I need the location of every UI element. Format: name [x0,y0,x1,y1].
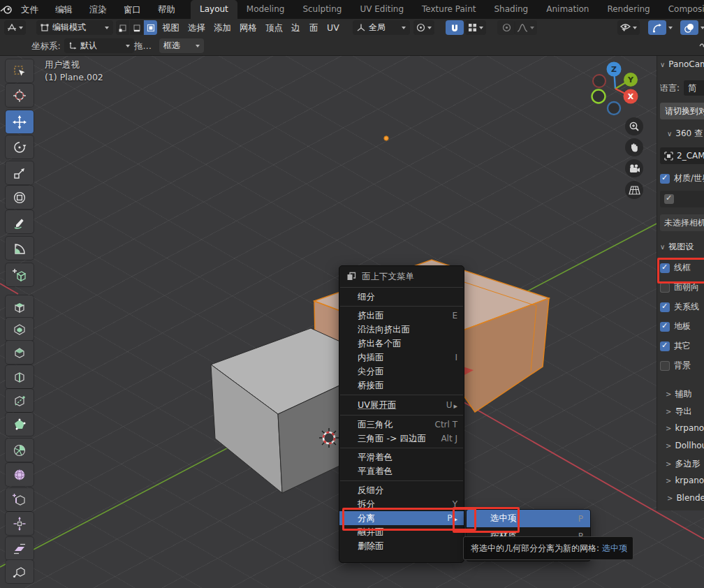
pan-button[interactable] [625,138,643,156]
toggle-relationship-lines[interactable]: 关系线 [660,301,704,313]
menu-item-extrude-individual[interactable]: 挤出各个面 [339,337,464,351]
panel-krpano2-collapsed[interactable]: >krpano [666,476,704,485]
menu-item-poke-faces[interactable]: 尖分面 [339,365,464,378]
gizmo-neg-y[interactable] [592,90,606,103]
camera-object-field[interactable]: 2_CAM [660,147,704,164]
menu-item-shade-smooth[interactable]: 平滑着色 [339,450,464,464]
panel-assist-collapsed[interactable]: >辅助 [666,388,704,400]
checkbox[interactable] [664,194,674,204]
tool-extrude-region[interactable] [6,295,34,318]
tab-rendering[interactable]: Rendering [598,0,659,19]
visibility-dropdown[interactable] [617,20,640,35]
menu-view[interactable]: 视图 [162,19,179,37]
menu-item-separate[interactable]: 分离P [339,511,464,525]
menu-item-delete-faces[interactable]: 删除面 [339,539,464,553]
checkbox[interactable] [660,361,670,371]
tool-transform[interactable] [6,186,34,209]
tab-compositing[interactable]: Compositing [659,0,704,19]
menu-item-uv-unwrap[interactable]: UV展开面U [339,397,464,413]
coord-system-dropdown[interactable]: 默认 [64,38,134,53]
select-mode-face[interactable] [144,20,157,35]
panel-dollhouse-collapsed[interactable]: >Dollhou [666,441,704,450]
zoom-button[interactable] [625,117,643,135]
checkbox[interactable] [660,283,670,293]
toggle-wireframe[interactable]: 线框 [660,262,704,274]
menu-item-split[interactable]: 拆分Y [339,497,464,511]
select-mode-edge[interactable] [130,20,143,35]
menu-face[interactable]: 面 [309,19,318,37]
xray-partial-icon[interactable] [696,38,704,53]
menu-item-tris-to-quads[interactable]: 三角面 -> 四边面Alt J [339,432,464,446]
tool-poly-build[interactable] [6,413,34,436]
camera-view-button[interactable] [625,159,643,177]
snap-toggle[interactable] [446,20,464,35]
tool-bevel[interactable] [6,341,34,364]
tool-rip-region[interactable] [6,560,34,583]
language-dropdown[interactable]: 简 [684,80,704,96]
tool-smooth[interactable] [6,463,34,486]
tab-layout[interactable]: Layout [191,0,237,19]
checkbox[interactable] [660,263,670,273]
ortho-toggle-button[interactable] [625,181,643,199]
tab-uv-editing[interactable]: UV Editing [351,0,413,19]
menu-item-subdivide[interactable]: 细分 [339,290,464,304]
overlays-dropdown[interactable] [696,20,704,35]
orientation-dropdown[interactable]: 全局 [353,20,410,35]
menu-item-unsubdivide[interactable]: 反细分 [339,483,464,497]
menu-item-inset-faces[interactable]: 内插面I [339,351,464,365]
panel-360-view[interactable]: ∨360 查 [667,128,704,140]
tool-loop-cut[interactable] [6,365,34,388]
menu-edit[interactable]: 编辑 [47,0,81,19]
checkbox[interactable] [660,302,670,312]
toggle-other[interactable]: 其它 [660,340,704,352]
tool-cursor[interactable] [6,84,34,107]
menu-item-triangulate[interactable]: 面三角化Ctrl T [339,418,464,432]
select-mode-vertex[interactable] [116,20,129,35]
submenu-item-selection[interactable]: 选中项P [467,510,590,527]
tool-edge-slide[interactable] [6,488,34,511]
falloff-dropdown[interactable] [514,20,537,35]
checkbox[interactable] [660,341,670,351]
panel-export-collapsed[interactable]: >导出 [666,406,704,418]
tool-annotate[interactable] [6,210,34,233]
tool-measure[interactable] [6,237,34,260]
tab-sculpting[interactable]: Sculpting [293,0,351,19]
tool-knife[interactable] [6,389,34,412]
toggle-background[interactable]: 背景 [660,360,704,372]
snap-target-dropdown[interactable] [465,20,486,35]
tab-shading[interactable]: Shading [485,0,537,19]
menu-item-extrude-along-normals[interactable]: 沿法向挤出面 [339,323,464,337]
menu-render[interactable]: 渲染 [81,0,115,19]
menu-item-extrude-faces[interactable]: 挤出面E [339,309,464,323]
editor-type-dropdown[interactable] [4,20,26,35]
menu-select[interactable]: 选择 [188,19,205,37]
toggle-face-orientation[interactable]: 面朝向 [660,281,704,293]
tool-spin[interactable] [6,439,34,462]
toggle-floor[interactable]: 地板 [660,321,704,332]
switch-language-button[interactable]: 请切换到对 [660,103,704,119]
material-world-toggle[interactable]: 材质/世界 [660,172,704,184]
select-mode-dropdown[interactable]: 框选 [159,38,204,53]
menu-help[interactable]: 帮助 [149,0,184,19]
gizmos-dropdown[interactable] [663,20,677,35]
menu-uv[interactable]: UV [327,19,339,37]
menu-file[interactable]: 文件 [13,0,47,19]
tool-scale[interactable] [6,161,34,184]
checkbox[interactable] [660,322,670,332]
menu-edge[interactable]: 边 [291,19,300,37]
tool-move[interactable] [6,110,34,133]
tab-animation[interactable]: Animation [537,0,598,19]
menu-item-dissolve-faces[interactable]: 融并面 [339,525,464,539]
tool-rotate[interactable] [6,135,34,159]
menu-mesh[interactable]: 网格 [240,19,257,37]
panel-polygon-collapsed[interactable]: >多边形 [666,458,704,470]
tool-shear[interactable] [6,537,34,560]
tab-texture-paint[interactable]: Texture Paint [413,0,485,19]
menu-item-bridge-faces[interactable]: 桥接面 [339,378,464,392]
proportional-edit-toggle[interactable] [497,20,515,35]
gizmo-neg-x[interactable] [593,75,606,87]
tab-modeling[interactable]: Modeling [237,0,294,19]
pivot-dropdown[interactable] [413,20,434,35]
checkbox[interactable] [660,174,670,184]
panel-krpano-collapsed[interactable]: >krpano [666,423,704,433]
